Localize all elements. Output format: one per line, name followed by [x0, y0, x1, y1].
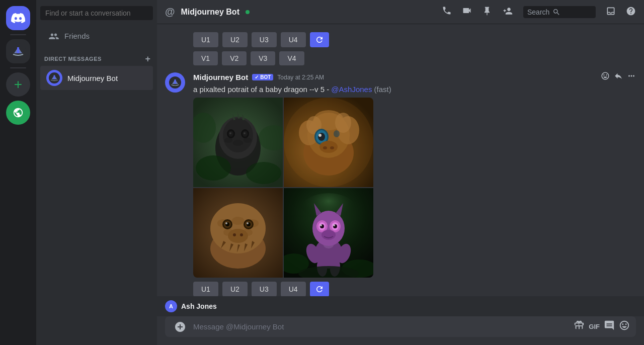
refresh-button[interactable] — [310, 282, 329, 296]
explore-servers-button[interactable] — [6, 101, 30, 125]
gift-icon[interactable] — [574, 320, 585, 333]
search-icon — [552, 8, 560, 16]
prev-v3-button[interactable]: V3 — [251, 51, 275, 65]
online-status-dot — [246, 10, 250, 14]
dm-item-name: Midjourney Bot — [67, 74, 118, 82]
more-options-icon[interactable] — [627, 71, 636, 83]
generated-image-grid — [193, 98, 373, 278]
svg-point-81 — [333, 224, 335, 226]
search-input[interactable] — [45, 9, 148, 17]
search-bar[interactable] — [40, 6, 153, 20]
bot-badge-text: BOT — [260, 74, 271, 80]
dragon-image-3[interactable] — [193, 188, 283, 278]
prev-v1-button[interactable]: V1 — [193, 51, 218, 65]
dm-section-label: Direct Messages — [44, 56, 102, 62]
u4-button[interactable]: U4 — [281, 282, 306, 296]
add-dm-button[interactable]: + — [143, 54, 153, 64]
svg-rect-1 — [17, 47, 19, 53]
message-extra-icons: GIF — [574, 320, 630, 333]
ash-name-label: Ash Jones — [181, 302, 217, 310]
add-member-icon[interactable] — [502, 6, 513, 18]
prev-refresh-button[interactable] — [310, 32, 329, 47]
gif-icon[interactable]: GIF — [589, 323, 600, 330]
inbox-icon[interactable] — [606, 6, 616, 18]
dm-item-midjourney[interactable]: Midjourney Bot — [40, 66, 153, 90]
prev-u3-button[interactable]: U3 — [252, 32, 277, 47]
dragon-svg-3 — [193, 188, 283, 278]
dragon-image-1[interactable] — [193, 98, 283, 187]
plus-icon: + — [14, 76, 22, 93]
dragon-image-2[interactable] — [284, 98, 373, 187]
svg-point-16 — [233, 140, 243, 146]
svg-point-58 — [247, 222, 249, 224]
help-icon[interactable] — [626, 6, 636, 18]
svg-point-25 — [246, 162, 281, 184]
topbar: @ Midjourney Bot Search — [157, 0, 644, 24]
channel-name: Midjourney Bot — [181, 8, 239, 17]
svg-point-12 — [229, 132, 231, 134]
message-time: Today at 2:25 AM — [277, 74, 324, 81]
prev-u1-button[interactable]: U1 — [193, 32, 218, 47]
svg-rect-3 — [54, 75, 55, 79]
friends-icon — [48, 30, 59, 42]
u2-button[interactable]: U2 — [222, 282, 248, 296]
plus-circle-icon — [174, 321, 186, 333]
add-attachment-button[interactable] — [171, 318, 189, 336]
bot-badge: ✓ BOT — [252, 74, 273, 80]
friends-nav-item[interactable]: Friends — [40, 26, 153, 46]
u1-button[interactable]: U1 — [193, 282, 218, 296]
bot-message-avatar — [165, 72, 185, 93]
svg-point-18 — [244, 138, 252, 143]
svg-point-42 — [284, 98, 373, 187]
pin-icon[interactable] — [482, 6, 492, 18]
svg-point-24 — [196, 155, 231, 181]
rail-divider-2 — [10, 67, 26, 68]
fast-tag: (fast) — [372, 85, 391, 94]
dm-section-header: Direct Messages + — [36, 46, 157, 66]
dragon-svg-1 — [193, 98, 283, 187]
prev-action-buttons: U1 U2 U3 U4 V1 V2 V3 V4 — [157, 32, 644, 71]
svg-point-47 — [232, 217, 244, 225]
message-text: a pixalted potrait of a baby dragon --v … — [193, 85, 636, 94]
sidebar: Friends Direct Messages + Midjourney Bot — [36, 0, 157, 345]
u3-button[interactable]: U3 — [252, 282, 277, 296]
message-input-box: GIF — [165, 316, 636, 337]
friends-label: Friends — [64, 32, 90, 40]
search-box[interactable]: Search — [523, 6, 596, 18]
midjourney-avatar — [46, 70, 62, 86]
prev-v2-button[interactable]: V2 — [222, 51, 247, 65]
mention-text[interactable]: @AshJones — [331, 85, 372, 94]
sticker-icon[interactable] — [604, 320, 615, 333]
prev-v4-button[interactable]: V4 — [279, 51, 304, 65]
discord-home-button[interactable] — [6, 6, 30, 30]
message-input-area: GIF — [157, 316, 644, 345]
ash-avatar-small: A — [165, 300, 177, 312]
server-icon-boat[interactable] — [6, 39, 30, 63]
svg-point-77 — [320, 224, 322, 226]
prev-u4-button[interactable]: U4 — [281, 32, 306, 47]
rail-divider-1 — [10, 34, 26, 35]
dragon-image-4[interactable] — [284, 188, 373, 278]
prompt-text: a pixalted potrait of a baby dragon --v … — [193, 85, 331, 94]
message-actions — [601, 71, 636, 83]
messages-area: U1 U2 U3 U4 V1 V2 V3 V4 — [157, 24, 644, 296]
channel-at-icon: @ — [165, 6, 175, 18]
emoji-react-icon[interactable] — [601, 71, 610, 83]
dragon-svg-4 — [284, 188, 373, 278]
emoji-icon[interactable] — [619, 320, 630, 333]
dragon-svg-2 — [284, 98, 373, 187]
add-dm-icon: + — [145, 54, 150, 63]
typing-user-indicator: A Ash Jones — [157, 296, 644, 316]
server-rail: + — [0, 0, 36, 345]
svg-rect-5 — [175, 79, 176, 84]
call-icon[interactable] — [442, 6, 452, 18]
reply-icon[interactable] — [614, 71, 623, 83]
message-text-input[interactable] — [193, 316, 570, 337]
video-icon[interactable] — [462, 6, 472, 18]
refresh-svg-icon — [315, 285, 324, 294]
svg-point-17 — [224, 138, 232, 143]
main-content: @ Midjourney Bot Search — [157, 0, 644, 345]
add-server-button[interactable]: + — [6, 72, 30, 97]
prev-u2-button[interactable]: U2 — [222, 32, 248, 47]
message-content: Midjourney Bot ✓ BOT Today at 2:25 AM — [193, 71, 636, 296]
